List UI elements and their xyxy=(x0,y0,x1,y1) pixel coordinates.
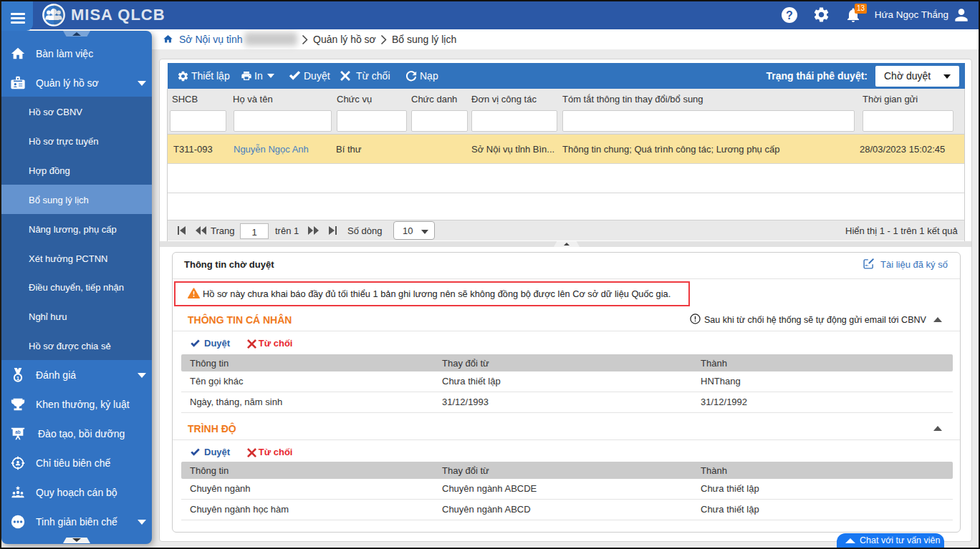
svg-text:ab: ab xyxy=(15,429,21,434)
svg-text:1: 1 xyxy=(16,374,20,381)
svg-text:?: ? xyxy=(786,9,793,21)
